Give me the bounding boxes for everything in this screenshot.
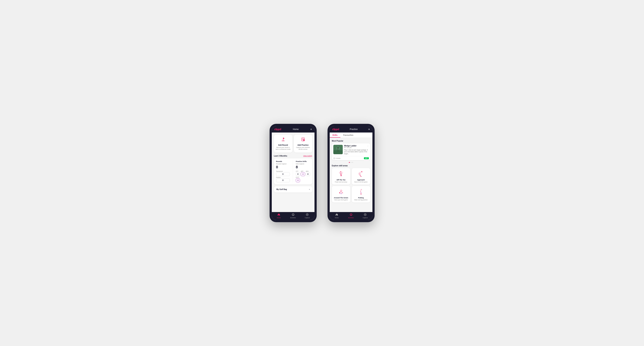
- nav-home-label-1: Home: [277, 217, 281, 218]
- practice-box: 0: [276, 178, 290, 182]
- nav-activities-1[interactable]: Activities: [286, 213, 300, 218]
- capture-icon-1: [306, 213, 309, 217]
- page-title-1: Home: [293, 128, 299, 131]
- nav-capture-2[interactable]: Capture: [358, 213, 372, 218]
- approach-name: Approach: [357, 179, 365, 181]
- nav-home-1[interactable]: Home: [272, 213, 286, 218]
- approach-desc: Dial-in to hit the green: [354, 181, 368, 183]
- drill-range: 50–100 yds: [344, 147, 357, 149]
- home-icon-1: [277, 213, 280, 217]
- drill-footer: 9 shots APP: [332, 156, 370, 160]
- tabs-bar: Drills Favourites: [330, 133, 372, 138]
- bottom-nav-1: Home Activities Capture: [272, 212, 314, 220]
- explore-label: Explore skill areas: [332, 165, 370, 167]
- drills-title: Practice Drills: [296, 161, 310, 162]
- putting-icon: [357, 188, 365, 196]
- nav-capture-1[interactable]: Capture: [300, 213, 314, 218]
- tab-drills[interactable]: Drills: [330, 133, 340, 138]
- svg-point-30: [362, 172, 362, 172]
- svg-rect-16: [333, 150, 343, 154]
- capture-icon-2: [364, 213, 367, 217]
- practice-label: Practice 0: [276, 177, 290, 182]
- svg-point-40: [361, 189, 362, 190]
- action-cards: Add Round Record your shots in fast or e…: [274, 135, 312, 153]
- bottom-nav-2: Home Activities Capture: [330, 212, 372, 220]
- drill-thumbnail: [333, 145, 343, 154]
- add-round-title: Add Round: [278, 144, 288, 146]
- skill-around-the-green[interactable]: Around The Green Hone your short game: [332, 186, 350, 202]
- page-title-2: Practice: [350, 128, 358, 131]
- app-box: 4: [301, 172, 305, 176]
- content-1: Add Round Record your shots in fast or e…: [272, 133, 314, 212]
- svg-point-35: [341, 190, 341, 191]
- menu-icon-1[interactable]: ≡: [310, 128, 312, 131]
- drill-name: Wedge Ladder: [344, 145, 357, 147]
- rounds-capture-value: 0: [276, 165, 290, 169]
- drills-grid: OTT 0 APP 4 ARG 0: [296, 171, 310, 182]
- dot-1[interactable]: [349, 162, 350, 163]
- activity-title: Last 3 Months: [274, 155, 287, 157]
- svg-point-28: [361, 176, 362, 177]
- add-practice-card[interactable]: Add Practice Capture your practice off-t…: [294, 135, 312, 153]
- around-the-green-icon: [337, 188, 345, 196]
- add-round-icon: [281, 137, 286, 143]
- drill-desc: Play 1 shot at each target yardage. If y…: [344, 149, 369, 155]
- drill-card-content: Wedge Ladder 50–100 yds ☆ Play 1 shot at…: [332, 143, 370, 156]
- content-2: Most Popular: [330, 138, 372, 212]
- favourite-star[interactable]: ☆: [367, 145, 369, 147]
- menu-icon-2[interactable]: ≡: [368, 128, 370, 131]
- skill-grid: Off The Tee Power and accuracy: [332, 168, 370, 202]
- carousel-dots: [332, 162, 370, 163]
- stats-card: Rounds Rounds Capture 0 Tournament 0 Pra…: [274, 158, 312, 184]
- activities-icon-1: [292, 213, 294, 217]
- rounds-capture-label: Rounds Capture: [276, 163, 290, 165]
- header-2: clippd Practice ≡: [330, 126, 372, 133]
- svg-point-42: [350, 213, 352, 216]
- golf-bag-label: My Golf Bag: [276, 188, 287, 190]
- svg-point-43: [351, 214, 351, 214]
- logo-1: clippd: [274, 128, 281, 131]
- app-box-wrap: APP 4: [301, 171, 305, 176]
- ott-box-wrap: OTT 0: [296, 171, 300, 176]
- skill-approach[interactable]: Approach Dial-in to hit the green: [352, 168, 370, 184]
- svg-point-18: [338, 147, 338, 148]
- view-activity-link[interactable]: View Activity: [303, 155, 312, 157]
- drill-card-wedge[interactable]: Wedge Ladder 50–100 yds ☆ Play 1 shot at…: [332, 143, 370, 160]
- dot-2[interactable]: [350, 162, 352, 163]
- skill-off-the-tee[interactable]: Off The Tee Power and accuracy: [332, 168, 350, 184]
- tournament-label: Tournament 0: [276, 171, 290, 176]
- tournament-box: 0: [276, 172, 290, 176]
- putting-desc: Make and lag practice: [354, 199, 368, 201]
- rounds-col: Rounds Rounds Capture 0 Tournament 0 Pra…: [276, 161, 290, 182]
- arg-box: 0: [306, 172, 310, 176]
- phone-1: clippd Home ≡ Add Round: [270, 124, 317, 222]
- drills-capture-value: 8: [296, 165, 310, 169]
- approach-icon: [357, 170, 365, 178]
- drills-capture-label: Drils Capture: [296, 163, 310, 165]
- golf-bag-arrow: ›: [309, 188, 310, 190]
- activity-header: Last 3 Months View Activity: [274, 155, 312, 157]
- svg-point-26: [340, 175, 342, 176]
- nav-capture-label-2: Capture: [363, 217, 368, 218]
- tab-favourites[interactable]: Favourites: [340, 133, 356, 138]
- skill-putting[interactable]: Putting Make and lag practice: [352, 186, 370, 202]
- add-round-card[interactable]: Add Round Record your shots in fast or e…: [274, 135, 292, 153]
- svg-point-32: [340, 193, 342, 194]
- around-the-green-name: Around The Green: [334, 197, 348, 199]
- nav-home-2[interactable]: Home: [330, 213, 344, 218]
- svg-point-11: [293, 214, 293, 214]
- phone-2: clippd Practice ≡ Drills Favourites Most…: [328, 124, 374, 222]
- ott-box: 0: [296, 172, 300, 176]
- putt-box: 4: [296, 178, 300, 182]
- golf-bag-row[interactable]: My Golf Bag ›: [274, 186, 312, 192]
- off-the-tee-name: Off The Tee: [336, 179, 346, 181]
- dot-3[interactable]: [352, 162, 353, 163]
- nav-activities-2[interactable]: Activities: [344, 213, 358, 218]
- nav-home-label-2: Home: [335, 217, 338, 218]
- nav-activities-label-2: Activities: [348, 217, 354, 218]
- add-practice-icon: [300, 137, 306, 143]
- drills-col: Practice Drills Drils Capture 8 OTT 0 AP…: [296, 161, 310, 182]
- off-the-tee-desc: Power and accuracy: [335, 181, 347, 183]
- putt-box-wrap: PUTT 4: [296, 177, 300, 182]
- most-popular-label: Most Popular: [332, 140, 370, 142]
